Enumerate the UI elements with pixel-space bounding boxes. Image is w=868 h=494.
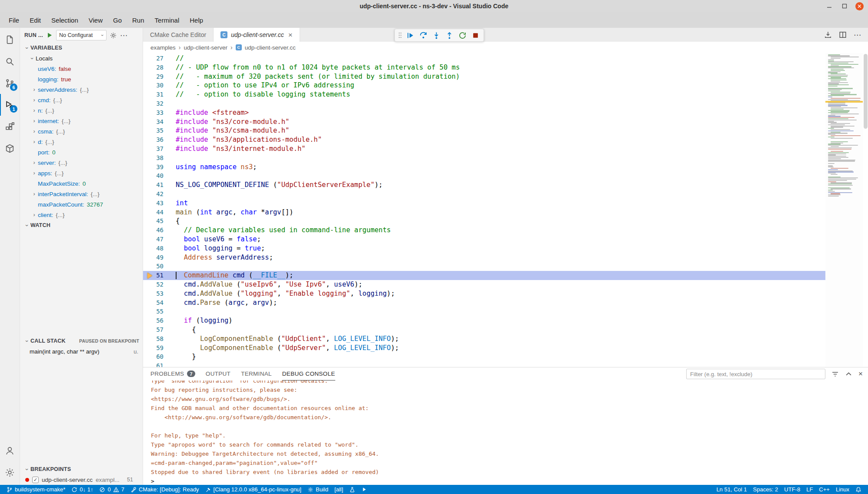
encoding-item[interactable]: UTF-8 bbox=[781, 486, 803, 493]
code-line-61[interactable]: 61 bbox=[143, 361, 825, 367]
notifications-bell-icon[interactable] bbox=[852, 487, 865, 493]
panel-tab-problems[interactable]: PROBLEMS7 bbox=[150, 367, 195, 381]
code-line-36[interactable]: 36#include "ns3/applications-module.h" bbox=[143, 135, 825, 144]
code-line-45[interactable]: 45{ bbox=[143, 217, 825, 226]
code-line-38[interactable]: 38 bbox=[143, 154, 825, 163]
variables-section-header[interactable]: › VARIABLES bbox=[20, 43, 143, 53]
code-line-31[interactable]: 31// - option to disable logging stateme… bbox=[143, 90, 825, 99]
code-line-39[interactable]: 39using namespace ns3; bbox=[143, 163, 825, 172]
code-line-46[interactable]: 46 // Declare variables used in command-… bbox=[143, 226, 825, 235]
variable-row-internet[interactable]: ›internet:{...} bbox=[20, 116, 143, 126]
panel-tab-output[interactable]: OUTPUT bbox=[206, 367, 230, 381]
debug-gear-icon[interactable] bbox=[110, 32, 117, 39]
code-line-50[interactable]: 50 bbox=[143, 262, 825, 271]
settings-gear-icon[interactable] bbox=[0, 461, 20, 483]
breadcrumb-item[interactable]: udp-client-server bbox=[184, 44, 227, 51]
maximize-icon[interactable] bbox=[840, 2, 848, 10]
drag-handle-icon[interactable] bbox=[397, 30, 403, 41]
eol-item[interactable]: LF bbox=[803, 486, 816, 493]
extensions-icon[interactable] bbox=[0, 116, 20, 137]
sync-item[interactable]: 0↓ 1↑ bbox=[68, 485, 96, 494]
code-line-30[interactable]: 30// - option to use IPv4 or IPv6 addres… bbox=[143, 81, 825, 90]
code-line-49[interactable]: 49 Address serverAddress; bbox=[143, 253, 825, 262]
chevron-right-icon[interactable]: › bbox=[30, 170, 38, 176]
tab-udp-client-server[interactable]: C udp-client-server.cc × bbox=[214, 28, 300, 42]
code-line-58[interactable]: 58 LogComponentEnable ("UdpClient", LOG_… bbox=[143, 334, 825, 344]
step-out-icon[interactable] bbox=[444, 30, 455, 41]
stop-icon[interactable] bbox=[470, 30, 481, 41]
beaker-icon[interactable] bbox=[346, 485, 358, 494]
variable-row-logging[interactable]: logging:true bbox=[20, 74, 143, 84]
breadcrumb-item[interactable]: examples bbox=[150, 44, 176, 51]
split-editor-icon[interactable] bbox=[839, 31, 847, 39]
menu-file[interactable]: File bbox=[3, 14, 24, 26]
cmake-build-item[interactable]: Build bbox=[304, 485, 331, 494]
variable-row-csma[interactable]: ›csma:{...} bbox=[20, 126, 143, 137]
run-debug-icon[interactable]: 1 bbox=[0, 94, 20, 116]
explorer-icon[interactable] bbox=[0, 29, 20, 50]
code-editor[interactable]: 27//28// - UDP flow from n0 to n1 of 102… bbox=[143, 53, 825, 367]
code-line-32[interactable]: 32 bbox=[143, 99, 825, 108]
chevron-right-icon[interactable]: › bbox=[30, 128, 38, 134]
more-actions-icon[interactable]: ⋯ bbox=[120, 31, 128, 40]
minimap[interactable] bbox=[825, 53, 863, 367]
code-line-48[interactable]: 48 bool logging = true; bbox=[143, 244, 825, 253]
watch-section-header[interactable]: › WATCH bbox=[20, 220, 143, 230]
search-icon[interactable] bbox=[0, 50, 20, 72]
restart-icon[interactable] bbox=[457, 30, 468, 41]
code-line-60[interactable]: 60 } bbox=[143, 352, 825, 361]
more-actions-icon[interactable]: ⋯ bbox=[854, 30, 861, 40]
source-control-icon[interactable]: 6 bbox=[0, 72, 20, 94]
step-over-icon[interactable] bbox=[417, 30, 429, 41]
close-icon[interactable]: ✕ bbox=[855, 2, 864, 10]
code-line-55[interactable]: 55 bbox=[143, 307, 825, 316]
menu-go[interactable]: Go bbox=[108, 14, 127, 26]
chevron-right-icon[interactable]: › bbox=[30, 191, 38, 197]
variable-row-MaxPacketSize[interactable]: MaxPacketSize:0 bbox=[20, 178, 143, 189]
cmake-status-item[interactable]: CMake: [Debug]: Ready bbox=[127, 485, 202, 494]
chevron-right-icon[interactable]: › bbox=[30, 97, 38, 103]
code-line-43[interactable]: 43int bbox=[143, 199, 825, 208]
variable-row-serverAddress[interactable]: ›serverAddress:{...} bbox=[20, 84, 143, 95]
debug-start-icon[interactable] bbox=[46, 32, 53, 39]
panel-tab-terminal[interactable]: TERMINAL bbox=[241, 367, 272, 381]
debug-console[interactable]: Type "show configuration" for configurat… bbox=[143, 381, 868, 485]
chevron-right-icon[interactable]: › bbox=[30, 118, 38, 124]
code-line-29[interactable]: 29// - maximum of 320 packets sent (or l… bbox=[143, 72, 825, 81]
cursor-position-item[interactable]: Ln 51, Col 1 bbox=[713, 486, 750, 493]
variable-row-apps[interactable]: ›apps:{...} bbox=[20, 168, 143, 178]
scrollbar-thumb[interactable] bbox=[864, 54, 868, 129]
menu-view[interactable]: View bbox=[83, 14, 108, 26]
call-stack-section-header[interactable]: › CALL STACK PAUSED ON BREAKPOINT bbox=[20, 336, 143, 346]
code-line-53[interactable]: 53 cmd.AddValue ("logging", "Enable logg… bbox=[143, 289, 825, 298]
indentation-item[interactable]: Spaces: 2 bbox=[750, 486, 781, 493]
git-branch-item[interactable]: buildsystem-cmake* bbox=[3, 485, 68, 494]
chevron-right-icon[interactable]: › bbox=[30, 87, 38, 93]
stack-frame-row[interactable]: main(int argc, char ** argv) u. bbox=[20, 346, 143, 357]
menu-help[interactable]: Help bbox=[184, 14, 208, 26]
code-line-47[interactable]: 47 bool useV6 = false; bbox=[143, 235, 825, 244]
variable-row-interPacketInterval[interactable]: ›interPacketInterval:{...} bbox=[20, 189, 143, 199]
code-line-35[interactable]: 35#include "ns3/csma-module.h" bbox=[143, 126, 825, 135]
breakpoint-checkbox[interactable]: ✓ bbox=[32, 477, 39, 483]
menu-run[interactable]: Run bbox=[127, 14, 150, 26]
os-item[interactable]: Linux bbox=[833, 486, 852, 493]
breakpoint-row[interactable]: ✓ udp-client-server.cc exampl... 51 bbox=[20, 474, 143, 485]
code-line-57[interactable]: 57 { bbox=[143, 325, 825, 334]
code-line-33[interactable]: 33#include <fstream> bbox=[143, 108, 825, 117]
variable-row-n[interactable]: ›n:{...} bbox=[20, 105, 143, 116]
cmake-kit-item[interactable]: [Clang 12.0.0 x86_64-pc-linux-gnu] bbox=[202, 485, 304, 494]
variable-row-d[interactable]: ›d:{...} bbox=[20, 137, 143, 147]
filter-icon[interactable] bbox=[831, 370, 839, 378]
breakpoints-section-header[interactable]: › BREAKPOINTS bbox=[20, 464, 143, 474]
chevron-right-icon[interactable]: › bbox=[30, 212, 38, 218]
variable-row-cmd[interactable]: ›cmd:{...} bbox=[20, 95, 143, 105]
code-line-51[interactable]: 51 CommandLine cmd (__FILE__); bbox=[143, 271, 825, 280]
language-mode-item[interactable]: C++ bbox=[816, 486, 833, 493]
maximize-panel-icon[interactable] bbox=[845, 370, 852, 378]
chevron-right-icon[interactable]: › bbox=[30, 160, 38, 166]
code-line-42[interactable]: 42 bbox=[143, 190, 825, 199]
console-input-prompt[interactable]: > bbox=[151, 477, 868, 485]
cmake-target-item[interactable]: [all] bbox=[331, 485, 346, 494]
code-line-44[interactable]: 44main (int argc, char *argv[]) bbox=[143, 208, 825, 217]
